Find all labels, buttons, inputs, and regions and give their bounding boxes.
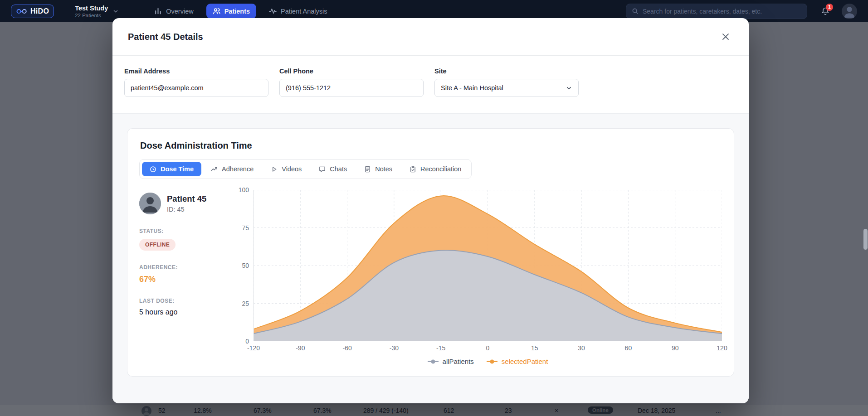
document-icon: [364, 166, 371, 173]
last-dose-value: 5 hours ago: [139, 308, 234, 316]
tab-label: Dose Time: [161, 165, 194, 173]
x-axis: -120-90-60-30-15015306090120: [254, 341, 722, 354]
scrollbar-thumb[interactable]: [863, 229, 868, 250]
tab-notes[interactable]: Notes: [356, 162, 400, 176]
clipboard-check-icon: [410, 166, 416, 173]
search-icon: [632, 8, 639, 15]
last-dose-label: LAST DOSE:: [139, 298, 234, 304]
patient-name: Patient 45: [167, 194, 206, 204]
phone-label: Cell Phone: [279, 68, 424, 75]
patient-contact-form: Email Address Cell Phone Site Site A - M…: [112, 56, 749, 113]
x-axis-label: -60: [342, 344, 351, 352]
chat-bubble-icon: [319, 166, 326, 173]
legend-selectedpatient[interactable]: selectedPatient: [487, 358, 548, 365]
y-axis-label: 25: [242, 300, 249, 308]
chevron-down-icon: [112, 8, 119, 15]
nav-patient-analysis[interactable]: Patient Analysis: [263, 4, 333, 19]
site-label: Site: [434, 68, 579, 75]
adherence-value: 67%: [139, 275, 234, 284]
legend-marker-icon: [487, 361, 497, 362]
tab-videos[interactable]: Videos: [263, 162, 309, 176]
y-axis: 0255075100: [234, 190, 254, 341]
study-patient-count: 22 Patients: [75, 13, 108, 18]
status-label: STATUS:: [139, 228, 234, 234]
y-axis-label: 100: [239, 186, 249, 194]
legend-label: allPatients: [443, 358, 474, 365]
email-field-group: Email Address: [124, 68, 268, 97]
patient-details-modal: Patient 45 Details Email Address Cell Ph…: [112, 18, 749, 403]
search-bar[interactable]: [626, 4, 807, 19]
tab-dose-time[interactable]: Dose Time: [142, 162, 201, 176]
user-avatar[interactable]: [842, 4, 857, 19]
app-screen: 5212.8%67.3%67.3%289 / 429 (-140)61223×O…: [0, 0, 868, 416]
chart-legend: allPatients selectedPatient: [254, 358, 722, 365]
site-select[interactable]: Site A - Main Hospital: [434, 79, 579, 97]
modal-body: Dose Administration Time Dose Time Adher…: [112, 113, 749, 403]
nav-overview[interactable]: Overview: [148, 4, 200, 19]
trending-up-icon: [211, 166, 218, 173]
tab-label: Notes: [375, 165, 392, 173]
nav-patients[interactable]: Patients: [206, 4, 256, 19]
activity-pulse-icon: [269, 7, 277, 15]
x-axis-label: -120: [247, 344, 260, 352]
tab-label: Adherence: [222, 165, 254, 173]
adherence-label: ADHERENCE:: [139, 264, 234, 271]
tab-adherence[interactable]: Adherence: [203, 162, 261, 176]
modal-title: Patient 45 Details: [128, 32, 203, 42]
bar-chart-icon: [154, 7, 162, 15]
email-input[interactable]: [124, 79, 268, 97]
status-badge: OFFLINE: [139, 239, 176, 251]
brand-name: HiDO: [30, 7, 49, 15]
x-axis-label: -30: [390, 344, 399, 352]
study-name: Test Study: [75, 5, 108, 12]
notification-badge: 1: [826, 4, 833, 11]
dose-admin-card: Dose Administration Time Dose Time Adher…: [127, 128, 734, 377]
close-button[interactable]: [718, 29, 733, 44]
site-field-group: Site Site A - Main Hospital: [434, 68, 579, 97]
page-scrollbar[interactable]: [863, 0, 868, 416]
study-selector[interactable]: Test Study 22 Patients: [75, 5, 119, 18]
dose-time-chart: 0255075100 -120-90-60-30-15015306090120 …: [234, 190, 722, 365]
x-axis-label: 15: [531, 344, 538, 352]
legend-label: selectedPatient: [502, 358, 548, 365]
email-label: Email Address: [124, 68, 268, 75]
x-axis-label: 90: [672, 344, 679, 352]
area-chart-svg: [254, 190, 722, 341]
x-axis-label: 60: [625, 344, 632, 352]
tab-label: Reconciliation: [420, 165, 461, 173]
people-icon: [213, 7, 220, 15]
chevron-down-icon: [566, 85, 572, 92]
hido-logo-icon: [16, 8, 28, 15]
tab-label: Chats: [330, 165, 347, 173]
close-icon: [721, 32, 730, 41]
patient-info-panel: Patient 45 ID: 45 STATUS: OFFLINE ADHERE…: [139, 190, 234, 365]
notifications-button[interactable]: 1: [821, 7, 830, 16]
y-axis-label: 50: [242, 261, 249, 270]
x-axis-label: 0: [486, 344, 490, 352]
nav-overview-label: Overview: [166, 8, 193, 15]
play-icon: [271, 166, 278, 173]
chart-plot-area[interactable]: [254, 190, 722, 341]
tab-label: Videos: [282, 165, 302, 173]
clock-icon: [150, 166, 156, 173]
phone-input[interactable]: [279, 79, 424, 97]
app-logo[interactable]: HiDO: [11, 5, 54, 18]
tab-chats[interactable]: Chats: [311, 162, 355, 176]
x-axis-label: 30: [578, 344, 585, 352]
navbar-right: 1: [626, 4, 857, 19]
x-axis-label: 120: [717, 344, 727, 352]
card-title: Dose Administration Time: [140, 140, 722, 151]
site-select-value: Site A - Main Hospital: [441, 84, 503, 92]
phone-field-group: Cell Phone: [279, 68, 424, 97]
nav-patients-label: Patients: [224, 8, 250, 15]
patient-avatar: [139, 193, 161, 214]
dose-time-panel: Patient 45 ID: 45 STATUS: OFFLINE ADHERE…: [139, 190, 722, 365]
x-axis-label: -90: [296, 344, 305, 352]
main-nav: Overview Patients Patient Analysis: [148, 4, 333, 19]
legend-allpatients[interactable]: allPatients: [428, 358, 474, 365]
legend-marker-icon: [428, 361, 439, 362]
tab-reconciliation[interactable]: Reconciliation: [402, 162, 469, 176]
search-input[interactable]: [643, 8, 801, 15]
patient-id: ID: 45: [167, 206, 206, 213]
x-axis-label: -15: [436, 344, 445, 352]
